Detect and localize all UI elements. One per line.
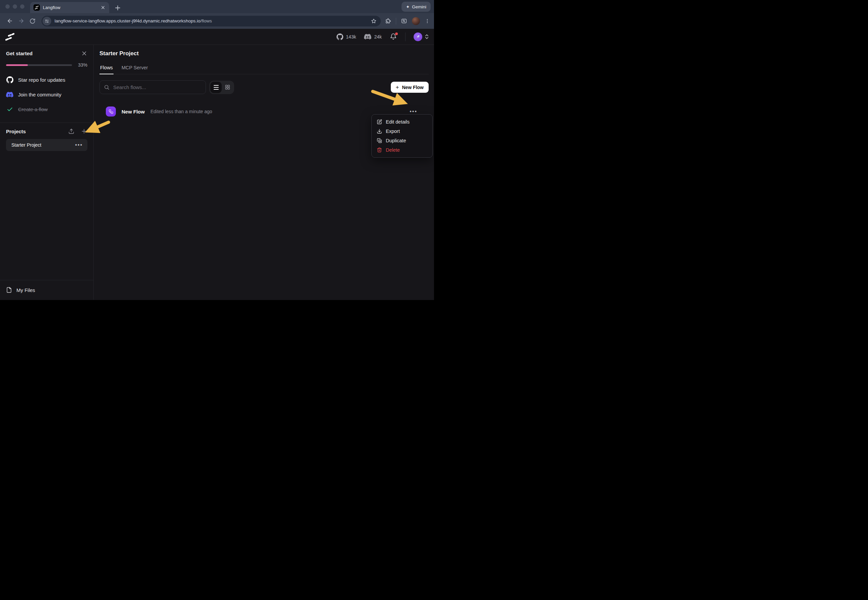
browser-menu-kebab-icon[interactable]: [425, 18, 430, 24]
sidebar-item-label: Join the community: [18, 92, 61, 97]
page-title: Starter Project: [100, 50, 429, 57]
browser-tabstrip: Langflow ✦ Gemini: [0, 0, 434, 13]
project-item-starter-project[interactable]: Starter Project •••: [6, 139, 88, 151]
github-icon: [336, 33, 343, 40]
get-started-progress-fill: [6, 64, 28, 66]
grid-icon: [225, 84, 230, 90]
browser-toolbar: langflow-service-langflow.apps.cluster-j…: [0, 13, 434, 29]
notifications-button[interactable]: [390, 33, 397, 41]
forward-button[interactable]: [15, 15, 27, 27]
gemini-sparkle-icon: ✦: [406, 5, 409, 9]
new-flow-button-label: New Flow: [402, 85, 424, 90]
reload-button[interactable]: [27, 15, 38, 27]
get-started-progress-bar: [6, 64, 72, 66]
window-controls[interactable]: [5, 5, 24, 9]
search-icon: [104, 84, 109, 90]
window-close-button[interactable]: [5, 5, 10, 9]
url-host: langflow-service-langflow.apps.cluster-j…: [55, 18, 200, 23]
sidebar-item-star-repo[interactable]: Star repo for updates: [6, 72, 88, 87]
flow-edited-timestamp: Edited less than a minute ago: [150, 109, 212, 114]
main-content: Starter Project Flows MCP Server: [94, 45, 434, 300]
project-options-icon[interactable]: •••: [75, 143, 83, 147]
trash-icon: [376, 147, 382, 153]
user-avatar[interactable]: [414, 32, 422, 41]
langflow-logo[interactable]: [5, 33, 14, 41]
extensions-icon[interactable]: [385, 18, 391, 24]
flow-icon: [106, 106, 116, 117]
tab-search-icon[interactable]: [401, 18, 407, 24]
github-stars-stat[interactable]: 143k: [336, 33, 356, 40]
back-button[interactable]: [4, 15, 15, 27]
window-minimize-button[interactable]: [13, 5, 17, 9]
tab-title: Langflow: [43, 5, 100, 10]
add-project-icon[interactable]: [81, 128, 88, 135]
discord-members-count: 24k: [374, 34, 382, 39]
account-menu[interactable]: [414, 32, 429, 41]
menu-item-delete[interactable]: Delete: [372, 145, 432, 155]
get-started-title: Get started: [6, 50, 81, 56]
header-divider: [405, 32, 406, 41]
upload-project-icon[interactable]: [68, 128, 75, 135]
address-bar[interactable]: langflow-service-langflow.apps.cluster-j…: [41, 16, 381, 26]
new-tab-button[interactable]: [113, 3, 122, 12]
search-flows-box[interactable]: [100, 80, 206, 94]
grid-view-button[interactable]: [222, 82, 233, 93]
url-text: langflow-service-langflow.apps.cluster-j…: [55, 18, 368, 23]
get-started-panel: Get started 33%: [0, 45, 94, 123]
menu-item-label: Duplicate: [386, 138, 406, 143]
sidebar-footer: My Files: [0, 280, 94, 300]
langflow-favicon-icon: [33, 5, 40, 11]
browser-window: Langflow ✦ Gemini langflow-service-lan: [0, 0, 434, 300]
browser-tab-langflow[interactable]: Langflow: [30, 2, 109, 13]
window-zoom-button[interactable]: [20, 5, 24, 9]
download-icon: [376, 129, 382, 134]
notification-badge-dot: [395, 32, 398, 35]
tab-close-icon[interactable]: [100, 5, 106, 11]
search-flows-input[interactable]: [112, 84, 201, 90]
bookmark-star-icon[interactable]: [371, 18, 377, 24]
sidebar: Get started 33%: [0, 45, 94, 300]
edit-icon: [376, 119, 382, 124]
toolbar-divider: [396, 18, 396, 24]
tab-flows[interactable]: Flows: [100, 65, 113, 74]
project-name: Starter Project: [11, 142, 75, 148]
github-stars-count: 143k: [346, 34, 356, 39]
flow-context-menu: Edit details Export Duplicate Delete: [371, 114, 433, 158]
menu-item-edit-details[interactable]: Edit details: [372, 117, 432, 127]
browser-profile-avatar[interactable]: [412, 17, 420, 25]
sidebar-item-join-community[interactable]: Join the community: [6, 87, 88, 102]
discord-icon: [364, 34, 371, 39]
projects-title: Projects: [6, 129, 62, 134]
url-path: /flows: [200, 18, 212, 23]
discord-members-stat[interactable]: 24k: [364, 34, 382, 39]
get-started-progress-label: 33%: [77, 62, 88, 68]
langflow-app: 143k 24k: [0, 29, 434, 300]
menu-item-export[interactable]: Export: [372, 127, 432, 136]
sidebar-item-label: Create a flow: [18, 106, 47, 112]
discord-icon: [6, 92, 14, 97]
new-flow-button[interactable]: + New Flow: [391, 82, 429, 93]
menu-item-label: Edit details: [386, 119, 409, 124]
my-files-button[interactable]: My Files: [6, 287, 88, 293]
sidebar-item-label: Star repo for updates: [18, 77, 65, 83]
app-header: 143k 24k: [0, 29, 434, 45]
view-toggle: [209, 81, 234, 94]
github-icon: [6, 76, 14, 83]
sidebar-item-create-flow[interactable]: Create a flow: [6, 102, 88, 117]
site-settings-icon[interactable]: [42, 17, 51, 26]
check-icon: [6, 106, 14, 112]
flow-options-icon[interactable]: •••: [409, 110, 417, 113]
tab-mcp-server[interactable]: MCP Server: [121, 65, 148, 74]
my-files-label: My Files: [17, 287, 35, 293]
get-started-close-icon[interactable]: [81, 50, 88, 57]
projects-panel: Projects Starter Project •••: [0, 123, 94, 157]
menu-item-label: Export: [386, 129, 400, 134]
file-icon: [6, 287, 12, 293]
gemini-label: Gemini: [412, 5, 426, 9]
list-view-button[interactable]: [210, 82, 222, 93]
flow-name: New Flow: [121, 109, 145, 115]
menu-item-label: Delete: [386, 147, 400, 153]
plus-icon: +: [396, 84, 399, 90]
menu-item-duplicate[interactable]: Duplicate: [372, 136, 432, 145]
gemini-button[interactable]: ✦ Gemini: [401, 2, 431, 12]
